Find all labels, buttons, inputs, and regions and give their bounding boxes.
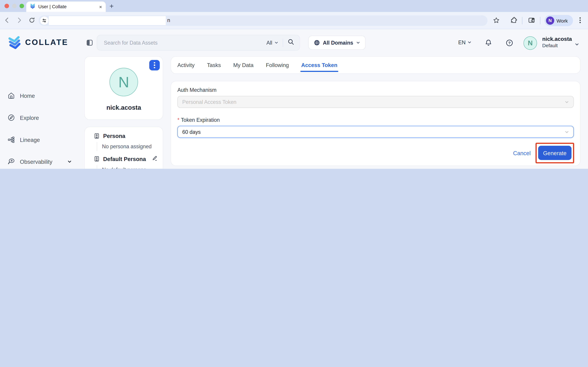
- persona-icon: [94, 133, 100, 139]
- compass-icon: [8, 114, 15, 121]
- tab-my-data[interactable]: My Data: [233, 62, 253, 68]
- search-scope-value: All: [266, 40, 272, 46]
- profile-card: N nick.acosta: [84, 56, 163, 120]
- sidebar-item-lineage[interactable]: Lineage: [8, 133, 77, 146]
- language-value: EN: [458, 39, 466, 45]
- zoom-window-button[interactable]: [19, 4, 24, 8]
- tab-tasks[interactable]: Tasks: [207, 62, 221, 68]
- tab-access-token[interactable]: Access Token: [301, 62, 337, 68]
- profile-tabs: Activity Tasks My Data Following Access …: [171, 57, 580, 73]
- language-selector[interactable]: EN: [458, 39, 471, 45]
- tab-following[interactable]: Following: [266, 62, 289, 68]
- collate-logo-icon: [8, 35, 22, 50]
- lineage-icon: [8, 136, 15, 144]
- global-search: All: [97, 35, 300, 50]
- tab-close-icon[interactable]: ×: [99, 4, 102, 9]
- edit-pencil-icon[interactable]: [152, 156, 157, 162]
- search-divider: [283, 39, 283, 47]
- chevron-down-icon: [468, 41, 472, 44]
- observability-icon: [8, 158, 15, 165]
- user-avatar[interactable]: N: [524, 36, 537, 50]
- sidebar-item-label: Lineage: [20, 137, 40, 143]
- profile-username: nick.acosta: [85, 104, 163, 112]
- address-bar[interactable]: n: [39, 15, 487, 26]
- brand-name: COLLATE: [25, 38, 68, 47]
- user-menu-chevron-icon[interactable]: [575, 41, 579, 48]
- cancel-button[interactable]: Cancel: [513, 150, 531, 156]
- url-redaction-box: [49, 16, 166, 25]
- sidebar-item-label: Home: [20, 92, 35, 99]
- required-asterisk: *: [177, 117, 180, 123]
- auth-mechanism-label: Auth Mechanism: [177, 87, 574, 93]
- home-icon: [8, 92, 15, 99]
- profile-tabs-card: Activity Tasks My Data Following Access …: [171, 56, 580, 74]
- toolbar-divider-2: [540, 17, 540, 25]
- chevron-down-icon: [565, 130, 569, 134]
- chevron-down-icon: [356, 41, 360, 45]
- tab-search-icon[interactable]: [528, 17, 535, 25]
- svg-text:?: ?: [508, 41, 510, 45]
- close-window-button[interactable]: [4, 4, 9, 8]
- default-persona-value: No default persona: [97, 165, 157, 169]
- help-icon[interactable]: ?: [505, 39, 513, 48]
- browser-toolbar: n N Work: [0, 12, 588, 29]
- auth-mechanism-value: Personal Access Token: [182, 99, 236, 105]
- sidebar-toggle-icon[interactable]: [86, 39, 94, 48]
- url-text: n: [167, 17, 170, 23]
- collate-app: COLLATE All All Domains: [0, 29, 588, 169]
- app-header: COLLATE All All Domains: [0, 29, 588, 56]
- persona-title: Persona: [103, 133, 125, 139]
- chevron-down-icon: [565, 100, 569, 104]
- browser-tab[interactable]: User | Collate ×: [26, 1, 106, 12]
- token-expiration-select[interactable]: 60 days: [177, 126, 574, 138]
- token-expiration-label: * Token Expiration: [177, 117, 574, 123]
- tab-activity[interactable]: Activity: [177, 62, 195, 68]
- browser-profile-chip[interactable]: N Work: [545, 15, 573, 26]
- bookmark-star-icon[interactable]: [493, 17, 500, 25]
- site-settings-icon[interactable]: [40, 17, 48, 25]
- back-icon[interactable]: [4, 17, 10, 25]
- auth-mechanism-select: Personal Access Token: [177, 96, 574, 108]
- search-input[interactable]: [103, 39, 266, 46]
- chevron-down-icon: [68, 159, 72, 164]
- minimize-window-button[interactable]: [12, 4, 17, 8]
- browser-tab-title: User | Collate: [38, 4, 96, 9]
- default-persona-title: Default Persona: [103, 156, 146, 162]
- sidebar-item-observability[interactable]: Observability: [8, 155, 77, 168]
- collate-favicon: [30, 3, 35, 10]
- reload-icon[interactable]: [28, 17, 35, 25]
- collate-logo[interactable]: COLLATE: [8, 35, 69, 50]
- browser-profile-label: Work: [556, 18, 568, 23]
- sidebar-item-home[interactable]: Home: [8, 89, 77, 102]
- persona-icon: [94, 156, 100, 162]
- default-persona-heading: Default Persona: [94, 156, 157, 162]
- forward-icon[interactable]: [16, 17, 22, 25]
- generate-button[interactable]: Generate: [538, 146, 572, 160]
- user-name: nick.acosta: [542, 36, 572, 43]
- browser-profile-avatar: N: [546, 17, 554, 25]
- sidebar-item-explore[interactable]: Explore: [8, 111, 77, 124]
- screenshot-root: User | Collate × + n: [0, 0, 588, 169]
- access-token-form-card: Auth Mechanism Personal Access Token * T…: [171, 81, 580, 166]
- search-icon[interactable]: [288, 39, 294, 47]
- persona-value: No persona assigned: [97, 142, 157, 151]
- browser-tabstrip: User | Collate × +: [0, 0, 588, 12]
- profile-avatar: N: [110, 68, 138, 96]
- user-team: Default: [542, 43, 572, 49]
- notifications-bell-icon[interactable]: [484, 39, 493, 48]
- chevron-down-icon: [274, 41, 278, 45]
- globe-icon: [314, 40, 320, 46]
- sidebar-item-label: Observability: [20, 158, 52, 165]
- persona-card: Persona No persona assigned Default Pers…: [84, 127, 163, 169]
- new-tab-button[interactable]: +: [110, 2, 114, 10]
- all-domains-filter[interactable]: All Domains: [308, 36, 366, 50]
- window-controls: [4, 4, 24, 8]
- persona-heading: Persona: [94, 133, 157, 139]
- extensions-icon[interactable]: [510, 17, 517, 25]
- user-menu[interactable]: nick.acosta Default: [542, 36, 572, 49]
- browser-menu-icon[interactable]: [579, 17, 581, 25]
- profile-actions-button[interactable]: [149, 60, 160, 70]
- search-scope-dropdown[interactable]: All: [266, 40, 278, 46]
- form-actions: Cancel Generate: [177, 146, 574, 160]
- toolbar-divider: [522, 17, 522, 25]
